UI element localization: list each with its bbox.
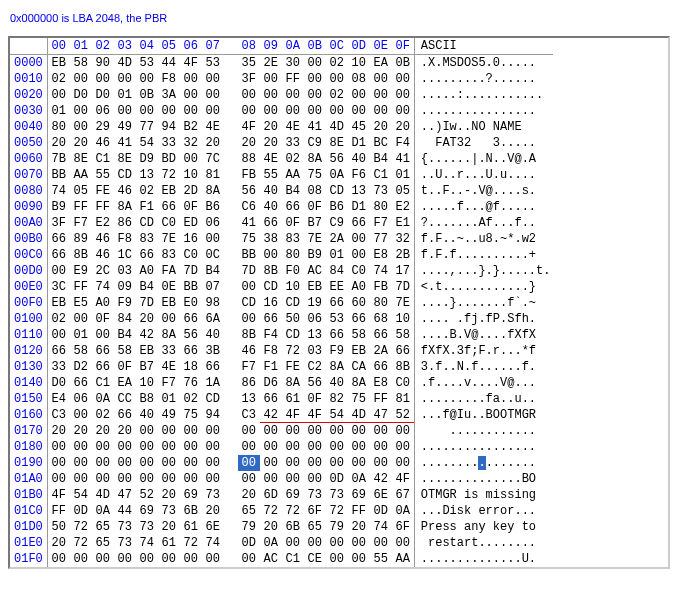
hex-byte[interactable]: EB	[304, 279, 326, 295]
hex-byte[interactable]: E8	[370, 247, 392, 263]
hex-byte[interactable]: 54	[326, 407, 348, 423]
hex-byte[interactable]: C1	[92, 151, 114, 167]
hex-byte[interactable]: 42	[136, 327, 158, 343]
hex-byte[interactable]: 76	[180, 375, 202, 391]
hex-byte[interactable]: 74	[136, 535, 158, 551]
hex-byte[interactable]: 66	[260, 215, 282, 231]
hex-byte[interactable]: 4F	[180, 55, 202, 72]
hex-byte[interactable]: 66	[260, 391, 282, 407]
hex-byte[interactable]: 83	[282, 231, 304, 247]
hex-byte[interactable]: 00	[370, 103, 392, 119]
hex-byte[interactable]: 8A	[158, 327, 180, 343]
hex-byte[interactable]: 73	[136, 519, 158, 535]
hex-byte[interactable]: 00	[348, 535, 370, 551]
hex-byte[interactable]: CD	[282, 327, 304, 343]
hex-byte[interactable]: 32	[392, 231, 415, 247]
hex-byte[interactable]: F7	[158, 375, 180, 391]
hex-byte[interactable]: 00	[392, 439, 415, 455]
hex-byte[interactable]: EB	[47, 55, 70, 72]
hex-byte[interactable]: 66	[326, 295, 348, 311]
hex-byte[interactable]: C1	[282, 551, 304, 567]
hex-byte[interactable]: 50	[282, 311, 304, 327]
hex-byte[interactable]: 53	[202, 55, 224, 72]
ascii-cell[interactable]: ..............U.	[414, 551, 553, 567]
hex-byte[interactable]: 83	[136, 231, 158, 247]
hex-byte[interactable]: B4	[202, 263, 224, 279]
hex-byte[interactable]: 0F	[304, 391, 326, 407]
hex-byte[interactable]: 00	[136, 103, 158, 119]
hex-byte[interactable]: 77	[136, 119, 158, 135]
hex-byte[interactable]: 0B	[392, 55, 415, 72]
hex-byte[interactable]: 00	[136, 71, 158, 87]
ascii-cell[interactable]: ..U..r...U.u....	[414, 167, 553, 183]
hex-byte[interactable]: 58	[392, 327, 415, 343]
hex-byte[interactable]: 0A	[326, 167, 348, 183]
hex-byte[interactable]: 00	[348, 87, 370, 103]
hex-byte[interactable]: 6A	[202, 311, 224, 327]
hex-byte[interactable]: 7B	[47, 151, 70, 167]
hex-byte[interactable]: 66	[114, 407, 136, 423]
hex-byte[interactable]: 61	[282, 391, 304, 407]
ascii-cell[interactable]: t..F..-.V@....s.	[414, 183, 553, 199]
hex-byte[interactable]: 00	[202, 103, 224, 119]
hex-byte[interactable]: 00	[282, 455, 304, 471]
hex-byte[interactable]: 4F	[238, 119, 260, 135]
hex-byte[interactable]: 00	[47, 439, 70, 455]
hex-byte[interactable]: 00	[304, 71, 326, 87]
hex-byte[interactable]: 00	[260, 471, 282, 487]
hex-byte[interactable]: 00	[136, 423, 158, 439]
hex-byte[interactable]: CD	[114, 167, 136, 183]
hex-byte[interactable]: 02	[282, 151, 304, 167]
hex-byte[interactable]: 00	[202, 551, 224, 567]
hex-byte[interactable]: 61	[180, 519, 202, 535]
hex-byte[interactable]: 10	[180, 167, 202, 183]
hex-byte[interactable]: 00	[202, 423, 224, 439]
hex-byte[interactable]: 66	[180, 343, 202, 359]
hex-byte[interactable]: 02	[180, 391, 202, 407]
hex-byte[interactable]: 00	[47, 551, 70, 567]
hex-byte[interactable]: C0	[348, 263, 370, 279]
hex-byte[interactable]: 58	[70, 343, 92, 359]
hex-byte[interactable]: 41	[392, 151, 415, 167]
hex-byte[interactable]: 00	[70, 407, 92, 423]
hex-byte[interactable]: 61	[158, 535, 180, 551]
ascii-cell[interactable]: .........?......	[414, 71, 553, 87]
hex-byte[interactable]: 00	[260, 439, 282, 455]
hex-byte[interactable]: FF	[70, 279, 92, 295]
hex-byte[interactable]: 8A	[348, 375, 370, 391]
hex-byte[interactable]: 00	[158, 551, 180, 567]
hex-byte[interactable]: 66	[326, 327, 348, 343]
ascii-cell[interactable]: .....:...........	[414, 87, 553, 103]
hex-byte[interactable]: 73	[158, 503, 180, 519]
hex-byte[interactable]: 80	[282, 247, 304, 263]
hex-byte[interactable]: 73	[202, 487, 224, 503]
ascii-cell[interactable]: ..............BO	[414, 471, 553, 487]
hex-byte[interactable]: 82	[326, 391, 348, 407]
hex-byte[interactable]: E5	[70, 295, 92, 311]
hex-byte[interactable]: 73	[304, 487, 326, 503]
hex-byte[interactable]: EB	[158, 295, 180, 311]
hex-byte[interactable]: AA	[70, 167, 92, 183]
hex-byte[interactable]: 00	[180, 87, 202, 103]
hex-byte[interactable]: 1C	[114, 247, 136, 263]
hex-byte[interactable]: 42	[260, 407, 282, 423]
hex-byte[interactable]: 00	[370, 423, 392, 439]
ascii-cell[interactable]: ................	[414, 455, 553, 471]
hex-byte[interactable]: 74	[370, 263, 392, 279]
hex-byte[interactable]: 00	[158, 455, 180, 471]
hex-byte[interactable]: 0F	[282, 215, 304, 231]
hex-byte[interactable]: 00	[180, 423, 202, 439]
hex-byte[interactable]: 20	[158, 487, 180, 503]
hex-byte[interactable]: 17	[392, 263, 415, 279]
hex-byte[interactable]: C9	[326, 215, 348, 231]
hex-byte[interactable]: 13	[348, 183, 370, 199]
hex-byte[interactable]: 19	[304, 295, 326, 311]
hex-byte[interactable]: 40	[202, 327, 224, 343]
hex-byte[interactable]: 00	[92, 471, 114, 487]
hex-byte[interactable]: 33	[282, 135, 304, 151]
hex-byte[interactable]: B8	[136, 391, 158, 407]
hex-byte[interactable]: 20	[260, 135, 282, 151]
hex-byte[interactable]: 56	[180, 327, 202, 343]
hex-byte[interactable]: 75	[304, 167, 326, 183]
hex-byte[interactable]: 4F	[282, 407, 304, 423]
